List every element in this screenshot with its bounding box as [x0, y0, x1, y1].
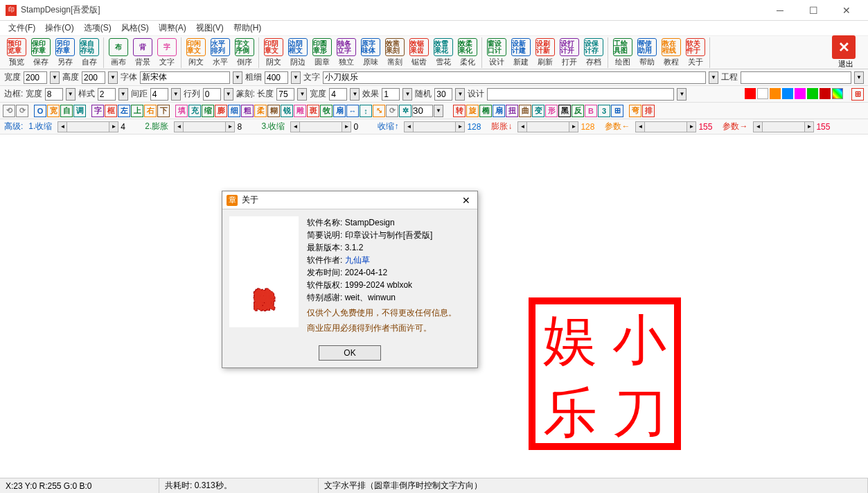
exit-button[interactable]: ✕: [832, 35, 856, 59]
swatch-magenta[interactable]: [795, 88, 806, 99]
toolbar-设计[interactable]: 窗设口计设计: [485, 37, 508, 68]
menu-item[interactable]: 视图(V): [192, 21, 228, 35]
tool2-0[interactable]: 转: [453, 105, 466, 117]
tool-30[interactable]: ⤡: [373, 105, 385, 117]
dialog-close-button[interactable]: ✕: [459, 193, 473, 207]
swatch-green[interactable]: [807, 88, 818, 99]
tool-12[interactable]: 右: [144, 105, 157, 117]
expanddown-slider[interactable]: ◄►128: [517, 121, 599, 132]
toolbar-闲文[interactable]: 印闲章文闲文: [184, 37, 208, 68]
weight-dropdown-icon[interactable]: ▼: [291, 71, 301, 84]
maximize-button[interactable]: ☐: [797, 0, 829, 21]
tool-18[interactable]: 膨: [215, 105, 227, 117]
tool2-14[interactable]: 弯: [629, 105, 641, 117]
toolbar-文字[interactable]: 字文字: [155, 37, 179, 68]
effect-input[interactable]: [382, 88, 400, 101]
toolbar-圆章[interactable]: 印圆章形圆章: [310, 37, 334, 68]
font-input[interactable]: [140, 71, 230, 84]
toolbar-帮助[interactable]: 帮使助用帮助: [635, 37, 659, 68]
menu-item[interactable]: 风格(S): [117, 21, 153, 35]
toolbar-绘图[interactable]: 工绘具图绘图: [611, 37, 635, 68]
tool-29[interactable]: ↕: [360, 105, 372, 117]
border-width-input[interactable]: [45, 88, 63, 101]
tool-26[interactable]: 牧: [320, 105, 333, 117]
tool-27[interactable]: 扇: [333, 105, 346, 117]
toolbar-雪花[interactable]: 效雪果花雪花: [432, 37, 455, 68]
tool-13[interactable]: 下: [157, 105, 170, 117]
toolbar-教程[interactable]: 教在程线教程: [659, 37, 683, 68]
tool-16[interactable]: 充: [188, 105, 201, 117]
toolbar-存档[interactable]: 设保计存存档: [582, 37, 605, 68]
toolbar-保存[interactable]: 保印存章保存: [29, 37, 53, 68]
menu-item[interactable]: 选项(S): [80, 21, 116, 35]
carve-width-input[interactable]: [329, 88, 347, 101]
tool-24[interactable]: 雕: [294, 105, 306, 117]
grid-icon[interactable]: ⊞: [851, 88, 864, 101]
toolbar-凿刻[interactable]: 效凿果刻凿刻: [383, 37, 407, 68]
paramleft-slider[interactable]: ◄►155: [635, 121, 717, 132]
tool-25[interactable]: 斑: [307, 105, 319, 117]
tool-6[interactable]: 调: [73, 105, 86, 117]
rowcol-input[interactable]: [203, 88, 221, 101]
tool-17[interactable]: 缩: [202, 105, 214, 117]
toolbar-独立[interactable]: 独各立字独立: [335, 37, 358, 68]
swatch-darkred[interactable]: [820, 88, 831, 99]
tool2-5[interactable]: 曲: [519, 105, 531, 117]
minimize-button[interactable]: ─: [764, 0, 796, 21]
menu-item[interactable]: 调整(A): [154, 21, 191, 35]
tool-20[interactable]: 粗: [241, 105, 254, 117]
expand2-slider[interactable]: ◄►8: [174, 121, 256, 132]
tool-15[interactable]: 填: [175, 105, 188, 117]
tool-11[interactable]: 上: [131, 105, 143, 117]
toolbar-画布[interactable]: 布画布: [107, 37, 130, 68]
toolbar-新建[interactable]: 设新计建新建: [509, 37, 533, 68]
tool-22[interactable]: 糊: [267, 105, 280, 117]
ok-button[interactable]: OK: [319, 345, 381, 361]
tool-0[interactable]: ⟲: [3, 105, 15, 117]
toolbar-锯齿[interactable]: 效锯果齿锯齿: [407, 37, 431, 68]
toolbar-阴边[interactable]: 边阴框文阴边: [286, 37, 310, 68]
swatch-multi[interactable]: [832, 88, 843, 99]
toolbar-柔化[interactable]: 效柔果化柔化: [456, 37, 479, 68]
font-dropdown-icon[interactable]: ▼: [233, 71, 242, 84]
swatch-blue[interactable]: [782, 88, 793, 99]
tool-23[interactable]: 锐: [281, 105, 293, 117]
gap-input[interactable]: [150, 88, 168, 101]
toolbar-另存[interactable]: 另印存章另存: [53, 37, 77, 68]
shrink3-slider[interactable]: ◄►0: [290, 121, 372, 132]
width-input[interactable]: [24, 71, 47, 84]
tool2-12[interactable]: ⊞: [611, 105, 623, 117]
swatch-white[interactable]: [757, 88, 768, 99]
tool2-8[interactable]: 黑: [558, 105, 571, 117]
close-button[interactable]: ✕: [831, 0, 862, 21]
toolbar-预览[interactable]: 预印览章预览: [5, 37, 28, 68]
swatch-orange[interactable]: [770, 88, 781, 99]
tool2-9[interactable]: 反: [572, 105, 584, 117]
angle-input[interactable]: [412, 105, 433, 117]
tool2-2[interactable]: 椭: [479, 105, 492, 117]
tool-3[interactable]: O: [34, 105, 46, 117]
random-input[interactable]: [434, 88, 452, 101]
tool2-6[interactable]: 变: [532, 105, 544, 117]
tool-5[interactable]: 自: [60, 105, 73, 117]
menu-item[interactable]: 文件(F): [4, 21, 39, 35]
tool2-4[interactable]: 扭: [506, 105, 518, 117]
toolbar-打开[interactable]: 设打计开打开: [558, 37, 581, 68]
toolbar-背景[interactable]: 背背景: [131, 37, 154, 68]
height-dropdown-icon[interactable]: ▼: [108, 71, 118, 84]
project-dropdown-icon[interactable]: ▼: [854, 71, 864, 84]
toolbar-倒序[interactable]: 字文序倒倒序: [233, 37, 256, 68]
tool-10[interactable]: 左: [118, 105, 130, 117]
tool-9[interactable]: 框: [105, 105, 117, 117]
weight-input[interactable]: [265, 71, 288, 84]
paramright-slider[interactable]: ◄►155: [753, 121, 835, 132]
toolbar-阴文[interactable]: 印阴章文阴文: [262, 37, 285, 68]
toolbar-原味[interactable]: 原字味体原味: [359, 37, 382, 68]
menu-item[interactable]: 帮助(H): [229, 21, 266, 35]
width-dropdown-icon[interactable]: ▼: [50, 71, 60, 84]
tool-8[interactable]: 字: [91, 105, 104, 117]
tool-19[interactable]: 细: [228, 105, 240, 117]
tool2-3[interactable]: 扇: [493, 105, 505, 117]
tool-32[interactable]: ✲: [399, 105, 411, 117]
text-dropdown-icon[interactable]: ▼: [709, 71, 718, 84]
